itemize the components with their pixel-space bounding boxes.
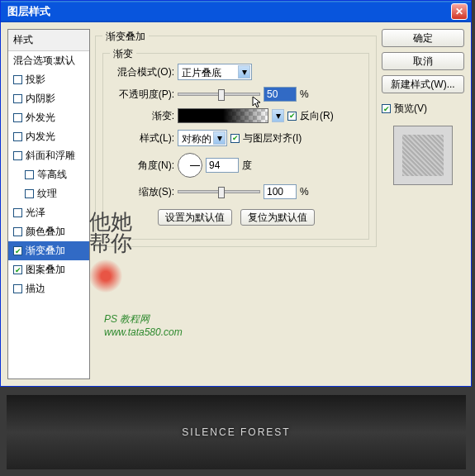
- cancel-button[interactable]: 取消: [382, 52, 464, 70]
- checkbox[interactable]: [13, 113, 22, 122]
- reverse-label: 反向(R): [300, 109, 334, 123]
- chevron-down-icon: ▾: [238, 65, 250, 79]
- set-default-button[interactable]: 设置为默认值: [158, 209, 232, 226]
- style-item[interactable]: ✔渐变叠加: [8, 241, 89, 260]
- checkbox[interactable]: [13, 132, 22, 141]
- opacity-slider[interactable]: [178, 93, 260, 96]
- checkbox[interactable]: [25, 189, 34, 198]
- layer-style-dialog: 图层样式 ✕ 样式 混合选项:默认 投影内阴影外发光内发光斜面和浮雕等高线纹理光…: [0, 0, 472, 387]
- chevron-down-icon: ▾: [213, 131, 226, 145]
- style-item[interactable]: 等高线: [8, 165, 89, 184]
- style-item[interactable]: 纹理: [8, 184, 89, 203]
- align-label: 与图层对齐(I): [243, 131, 302, 145]
- checkbox[interactable]: [13, 75, 22, 84]
- checkbox[interactable]: [13, 227, 22, 236]
- titlebar[interactable]: 图层样式 ✕: [1, 1, 471, 22]
- gradient-label: 渐变:: [110, 109, 174, 123]
- style-label: 样式(L):: [110, 131, 174, 145]
- preview-thumbnail: [393, 126, 453, 185]
- style-select[interactable]: 对称的 ▾: [178, 130, 227, 146]
- scale-slider[interactable]: [178, 190, 260, 193]
- style-item[interactable]: 内发光: [8, 127, 89, 146]
- checkbox[interactable]: [13, 208, 22, 217]
- close-button[interactable]: ✕: [451, 3, 468, 20]
- style-item[interactable]: 光泽: [8, 203, 89, 222]
- style-item[interactable]: 内阴影: [8, 89, 89, 108]
- style-item[interactable]: 斜面和浮雕: [8, 146, 89, 165]
- checkbox[interactable]: [13, 151, 22, 160]
- style-item[interactable]: 颜色叠加: [8, 222, 89, 241]
- opacity-input[interactable]: [264, 87, 297, 102]
- checkbox[interactable]: ✔: [13, 246, 22, 255]
- preview-label: 预览(V): [394, 102, 427, 116]
- dialog-buttons: 确定 取消 新建样式(W)... ✔ 预览(V): [382, 29, 464, 379]
- gradient-swatch[interactable]: [178, 108, 268, 123]
- angle-label: 角度(N):: [110, 159, 174, 173]
- opacity-label: 不透明度(P):: [110, 88, 174, 102]
- style-item[interactable]: 投影: [8, 70, 89, 89]
- blend-mode-select[interactable]: 正片叠底 ▾: [178, 64, 252, 80]
- scale-input[interactable]: [264, 184, 297, 199]
- blend-mode-label: 混合模式(O):: [110, 65, 174, 79]
- ok-button[interactable]: 确定: [382, 29, 464, 47]
- align-checkbox[interactable]: ✔: [230, 134, 240, 143]
- scale-label: 缩放(S):: [110, 185, 174, 199]
- checkbox[interactable]: [13, 284, 22, 293]
- checkbox[interactable]: [25, 170, 34, 179]
- new-style-button[interactable]: 新建样式(W)...: [382, 75, 464, 93]
- styles-list: 样式 混合选项:默认 投影内阴影外发光内发光斜面和浮雕等高线纹理光泽颜色叠加✔渐…: [7, 29, 90, 379]
- style-item[interactable]: 外发光: [8, 108, 89, 127]
- reverse-checkbox[interactable]: ✔: [287, 112, 297, 121]
- styles-header: 样式: [8, 30, 89, 51]
- angle-input[interactable]: [206, 158, 239, 173]
- chevron-down-icon[interactable]: ▾: [272, 109, 284, 122]
- preview-checkbox[interactable]: ✔: [382, 104, 391, 113]
- checkbox[interactable]: [13, 94, 22, 103]
- style-item[interactable]: 描边: [8, 279, 89, 298]
- reset-default-button[interactable]: 复位为默认值: [240, 209, 315, 226]
- window-title: 图层样式: [4, 4, 451, 19]
- close-icon: ✕: [455, 6, 463, 17]
- blend-options-default[interactable]: 混合选项:默认: [8, 51, 89, 70]
- checkbox[interactable]: ✔: [13, 265, 22, 274]
- angle-dial[interactable]: [178, 153, 202, 178]
- panel-title: 渐变叠加: [102, 30, 149, 44]
- settings-panel: 渐变叠加 渐变 混合模式(O): 正片叠底 ▾ 不透明度(P):: [95, 29, 377, 379]
- gradient-group-title: 渐变: [110, 47, 136, 61]
- banner-image: SILENCE FOREST: [7, 395, 466, 469]
- style-item[interactable]: ✔图案叠加: [8, 260, 89, 279]
